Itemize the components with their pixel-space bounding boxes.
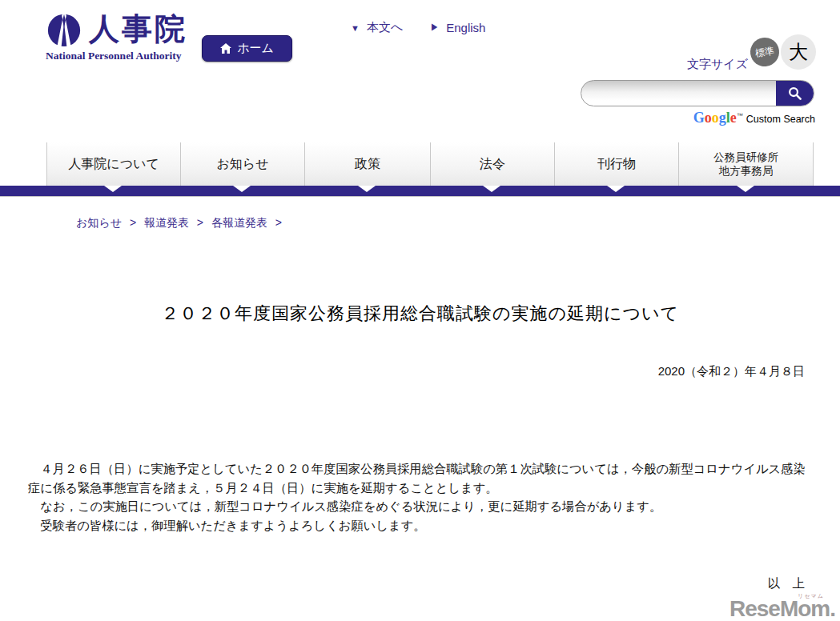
nav-pointer-icon [104,186,122,192]
search-icon [788,86,802,100]
search-input[interactable] [581,81,778,106]
article-paragraph: なお，この実施日については，新型コロナウイルス感染症をめぐる状況により，更に延期… [28,497,811,516]
english-link[interactable]: ▶ English [430,20,485,35]
home-button-label: ホーム [237,41,274,56]
nav-item-policy[interactable]: 政策 [304,142,430,186]
skip-to-content-link[interactable]: ▼ 本文へ [351,20,403,35]
nav-item-about[interactable]: 人事院について [46,142,180,186]
npa-logo-icon [46,10,82,48]
nav-item-label: 人事院について [68,156,159,173]
google-letter: o [705,110,712,126]
breadcrumb-separator: > [275,216,282,229]
google-letter: G [693,110,705,126]
nav-pointer-icon [607,186,625,192]
english-label: English [446,21,485,34]
custom-search-label: Custom Search [746,114,815,125]
google-letter: e [730,110,737,126]
nav-item-news[interactable]: お知らせ [180,142,304,186]
nav-accent-bar [0,186,840,196]
nav-pointer-icon [358,186,376,192]
nav-item-label: 地方事務局 [719,164,774,178]
nav-item-publications[interactable]: 刊行物 [554,142,678,186]
trademark-symbol: ™ [737,112,743,119]
home-button[interactable]: ホーム [202,35,292,62]
breadcrumb-news[interactable]: お知らせ [76,216,122,229]
font-size-large-button[interactable]: 大 [781,34,816,70]
triangle-right-icon: ▶ [430,22,439,34]
article-paragraph: ４月２６日（日）に実施予定としていた２０２０年度国家公務員採用総合職試験の第１次… [28,459,811,497]
article-paragraph: 受験者の皆様には，御理解いただきますようよろしくお願いします。 [28,516,811,535]
google-logo: Google [693,110,737,126]
nav-item-label: 法令 [480,156,505,173]
nav-item-law[interactable]: 法令 [430,142,554,186]
nav-pointer-icon [737,186,754,192]
home-icon [220,43,231,54]
nav-item-institute[interactable]: 公務員研修所 地方事務局 [678,142,814,186]
skip-to-content-label: 本文へ [367,20,403,35]
resemom-watermark: リセマム ReseMom. [729,593,835,619]
page-title: ２０２０年度国家公務員採用総合職試験の実施の延期について [0,302,840,326]
search-button[interactable] [776,81,814,106]
breadcrumb-each-press-release[interactable]: 各報道発表 [211,216,267,229]
site-title: 人事院 [89,14,187,44]
site-subtitle: National Personnel Authority [46,50,187,62]
google-custom-search-credit: Google™ Custom Search [693,110,815,126]
article-closing: 以 上 [768,575,806,592]
site-logo[interactable]: 人事院 National Personnel Authority [46,10,187,62]
article-body: ４月２６日（日）に実施予定としていた２０２０年度国家公務員採用総合職試験の第１次… [28,459,811,535]
breadcrumb: お知らせ > 報道発表 > 各報道発表 > [76,216,287,230]
nav-item-label: 刊行物 [597,156,636,173]
article-date: 2020（令和２）年４月８日 [658,364,805,379]
nav-pointer-icon [483,186,500,192]
utility-links: ▼ 本文へ ▶ English [351,20,485,35]
font-size-standard-button[interactable]: 標準 [749,36,782,69]
breadcrumb-separator: > [130,216,136,229]
breadcrumb-press-releases[interactable]: 報道発表 [144,216,189,229]
breadcrumb-separator: > [197,216,203,229]
google-letter: g [719,110,726,126]
nav-pointer-icon [233,186,251,192]
google-letter: o [712,110,719,126]
main-navigation: 人事院について お知らせ 政策 法令 刊行物 公務員研修所 地方事務局 [46,142,814,186]
nav-item-label: 政策 [355,156,380,173]
search-box [581,80,814,106]
nav-item-label: お知らせ [216,156,268,173]
nav-item-label: 公務員研修所 [713,150,778,164]
font-size-label: 文字サイズ [687,57,748,72]
triangle-down-icon: ▼ [351,23,360,33]
watermark-logo: ReseMom. [729,599,835,619]
font-size-controls: 文字サイズ 標準 大 [687,32,815,72]
